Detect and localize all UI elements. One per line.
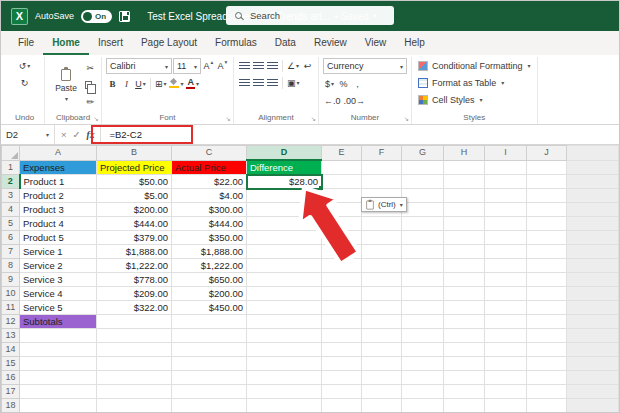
cell-H16[interactable] xyxy=(444,371,485,385)
increase-font-size-button[interactable]: A ▴ xyxy=(202,59,215,74)
cell-G1[interactable] xyxy=(402,160,444,175)
cell-D3[interactable] xyxy=(247,189,322,203)
cell-C15[interactable] xyxy=(172,357,247,371)
cell-F2[interactable] xyxy=(362,175,402,189)
cell-C18[interactable] xyxy=(172,399,247,413)
row-header-6[interactable]: 6 xyxy=(2,231,20,245)
cell-F15[interactable] xyxy=(362,357,402,371)
cell-G12[interactable] xyxy=(402,315,444,329)
cell-C12[interactable] xyxy=(172,315,247,329)
cell-B15[interactable] xyxy=(97,357,172,371)
align-left-button[interactable] xyxy=(238,75,251,90)
insert-function-icon[interactable]: fx xyxy=(87,130,95,140)
cell-D12[interactable] xyxy=(247,315,322,329)
cell-I18[interactable] xyxy=(485,399,527,413)
cell-H6[interactable] xyxy=(444,231,485,245)
search-box[interactable]: Search xyxy=(226,6,394,25)
cell-A10[interactable]: Service 4 xyxy=(20,287,97,301)
row-header-16[interactable]: 16 xyxy=(2,371,20,385)
cell-E16[interactable] xyxy=(322,371,362,385)
cell-A7[interactable]: Service 1 xyxy=(20,245,97,259)
cell-I2[interactable] xyxy=(485,175,527,189)
cell-G7[interactable] xyxy=(402,245,444,259)
cell-C5[interactable]: $444.00 xyxy=(172,217,247,231)
cell-J1[interactable] xyxy=(527,160,567,175)
cell-F16[interactable] xyxy=(362,371,402,385)
cell-G9[interactable] xyxy=(402,273,444,287)
cell-D18[interactable] xyxy=(247,399,322,413)
cell-G3[interactable] xyxy=(402,189,444,203)
col-header-B[interactable]: B xyxy=(97,146,172,161)
cell-E8[interactable] xyxy=(322,259,362,273)
cell-F1[interactable] xyxy=(362,160,402,175)
cell-D11[interactable] xyxy=(247,301,322,315)
italic-button[interactable]: I xyxy=(120,76,133,91)
cell-I7[interactable] xyxy=(485,245,527,259)
cell-H5[interactable] xyxy=(444,217,485,231)
cell-C10[interactable]: $200.00 xyxy=(172,287,247,301)
cell-E2[interactable] xyxy=(322,175,362,189)
cell-H1[interactable] xyxy=(444,160,485,175)
cell-G8[interactable] xyxy=(402,259,444,273)
col-header-G[interactable]: G xyxy=(402,146,444,161)
cell-B9[interactable]: $778.00 xyxy=(97,273,172,287)
cell-B3[interactable]: $5.00 xyxy=(97,189,172,203)
paste-options-button[interactable]: (Ctrl) ▾ xyxy=(361,197,407,212)
cell-H10[interactable] xyxy=(444,287,485,301)
cell-D9[interactable] xyxy=(247,273,322,287)
orientation-button[interactable]: ∠ ▾ xyxy=(286,58,300,73)
cell-B11[interactable]: $322.00 xyxy=(97,301,172,315)
cell-F12[interactable] xyxy=(362,315,402,329)
format-as-table-button[interactable]: Format as Table ▾ xyxy=(416,75,533,90)
cell-H17[interactable] xyxy=(444,385,485,399)
cancel-entry-icon[interactable]: × xyxy=(61,129,67,140)
row-header-10[interactable]: 10 xyxy=(2,287,20,301)
cell-G18[interactable] xyxy=(402,399,444,413)
cell-B4[interactable]: $200.00 xyxy=(97,203,172,217)
cell-B7[interactable]: $1,888.00 xyxy=(97,245,172,259)
col-header-E[interactable]: E xyxy=(322,146,362,161)
cell-C6[interactable]: $350.00 xyxy=(172,231,247,245)
cell-F8[interactable] xyxy=(362,259,402,273)
cell-B2[interactable]: $50.00 xyxy=(97,175,172,189)
cell-A13[interactable] xyxy=(20,329,97,343)
cell-C14[interactable] xyxy=(172,343,247,357)
row-header-5[interactable]: 5 xyxy=(2,217,20,231)
tab-help[interactable]: Help xyxy=(395,33,434,55)
cell-J11[interactable] xyxy=(527,301,567,315)
cell-F13[interactable] xyxy=(362,329,402,343)
cell-I5[interactable] xyxy=(485,217,527,231)
cell-G14[interactable] xyxy=(402,343,444,357)
cell-E11[interactable] xyxy=(322,301,362,315)
cell-A15[interactable] xyxy=(20,357,97,371)
cell-E13[interactable] xyxy=(322,329,362,343)
align-bottom-button[interactable] xyxy=(266,58,279,73)
cell-B16[interactable] xyxy=(97,371,172,385)
row-header-14[interactable]: 14 xyxy=(2,343,20,357)
align-middle-button[interactable] xyxy=(252,58,265,73)
tab-data[interactable]: Data xyxy=(266,33,305,55)
cell-F7[interactable] xyxy=(362,245,402,259)
cell-E4[interactable] xyxy=(322,203,362,217)
cell-I10[interactable] xyxy=(485,287,527,301)
cell-F11[interactable] xyxy=(362,301,402,315)
redo-button[interactable]: ↻ xyxy=(9,75,40,90)
cell-B1[interactable]: Projected Price xyxy=(97,160,172,175)
cell-D16[interactable] xyxy=(247,371,322,385)
cell-C11[interactable]: $450.00 xyxy=(172,301,247,315)
row-header-13[interactable]: 13 xyxy=(2,329,20,343)
cell-I9[interactable] xyxy=(485,273,527,287)
cell-F9[interactable] xyxy=(362,273,402,287)
cell-B12[interactable] xyxy=(97,315,172,329)
font-dialog-launcher-icon[interactable]: ↘ xyxy=(226,115,231,122)
cell-F6[interactable] xyxy=(362,231,402,245)
cell-D17[interactable] xyxy=(247,385,322,399)
alignment-dialog-launcher-icon[interactable]: ↘ xyxy=(311,115,316,122)
cell-C9[interactable]: $650.00 xyxy=(172,273,247,287)
cell-C1[interactable]: Actual Price xyxy=(172,160,247,175)
percent-style-button[interactable]: % xyxy=(337,76,350,91)
excel-app-icon[interactable]: X xyxy=(11,8,28,25)
cell-A2[interactable]: Product 1 xyxy=(20,175,97,189)
cell-A1[interactable]: Expenses xyxy=(20,160,97,175)
cell-H4[interactable] xyxy=(444,203,485,217)
